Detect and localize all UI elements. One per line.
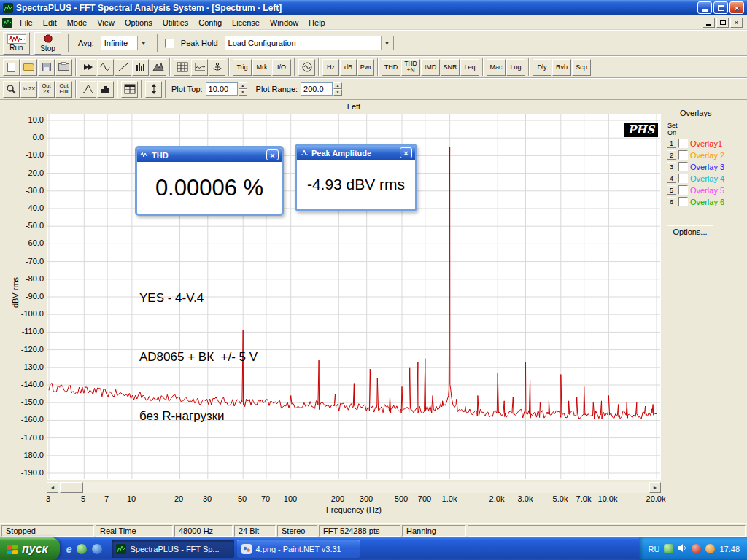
time-series-view-button[interactable] <box>191 59 208 76</box>
overlay-2-checkbox[interactable] <box>678 150 688 160</box>
menu-help[interactable]: Help <box>303 17 330 28</box>
new-file-button[interactable] <box>3 59 20 76</box>
surface-plot-button[interactable] <box>150 59 166 76</box>
start-button[interactable]: пуск <box>0 537 60 560</box>
mdi-close-button[interactable]: × <box>730 18 743 28</box>
menu-edit[interactable]: Edit <box>38 17 62 28</box>
snr-button[interactable]: SNR <box>441 59 460 76</box>
io-button[interactable]: I/O <box>272 59 291 76</box>
volume-tray-icon[interactable] <box>678 543 687 554</box>
zoom-in-2x-button[interactable]: In 2X <box>20 81 37 98</box>
thd-panel-close-button[interactable]: × <box>266 149 279 160</box>
spin-down-icon[interactable]: ▼ <box>239 89 247 96</box>
reverb-button[interactable]: Rvb <box>552 59 571 76</box>
scrollbar-thumb[interactable] <box>60 482 83 493</box>
mdi-minimize-button[interactable] <box>703 18 715 28</box>
taskbar-task-paintnet[interactable]: 4.png - Paint.NET v3.31 <box>237 540 360 558</box>
thd-n-button[interactable]: THD +N <box>401 59 420 76</box>
plot-range-spinner[interactable]: ▲ ▼ <box>333 82 342 96</box>
menu-file[interactable]: File <box>15 17 38 28</box>
macro-button[interactable]: Mac <box>487 59 506 76</box>
continuous-run-button[interactable] <box>80 59 96 76</box>
open-file-button[interactable] <box>20 59 37 76</box>
axis-scale-button[interactable] <box>145 81 162 98</box>
overlay-1-set-button[interactable]: 1 <box>667 139 676 148</box>
overlay-6-checkbox[interactable] <box>678 197 688 206</box>
thd-button[interactable]: THD <box>382 59 400 76</box>
spin-up-icon[interactable]: ▲ <box>333 82 342 89</box>
zoom-out-2x-button[interactable]: Out 2X <box>38 81 55 98</box>
leq-button[interactable]: Leq <box>460 59 479 76</box>
overlay-2-set-button[interactable]: 2 <box>667 150 676 160</box>
peak-curve-button[interactable] <box>80 81 96 98</box>
menu-utilities[interactable]: Utilities <box>158 17 193 28</box>
overlays-options-button[interactable]: Options... <box>667 225 713 238</box>
signal-generator-button[interactable] <box>298 59 315 76</box>
imd-button[interactable]: IMD <box>421 59 440 76</box>
taskbar-task-spectraplus[interactable]: SpectraPLUS - FFT Sp... <box>112 540 234 558</box>
menu-mode[interactable]: Mode <box>62 17 93 28</box>
data-table-button[interactable] <box>121 81 138 98</box>
tray-icon-orange[interactable] <box>705 544 715 553</box>
overlay-5-checkbox[interactable] <box>678 185 688 195</box>
tray-icon-red[interactable] <box>692 544 701 553</box>
stop-button[interactable]: Stop <box>34 32 61 55</box>
zoom-out-full-button[interactable]: Out Full <box>55 81 72 98</box>
scroll-left-icon[interactable]: ◄ <box>47 482 58 493</box>
thd-panel[interactable]: THD × 0.00006 % <box>135 146 284 216</box>
close-button[interactable]: × <box>729 1 744 14</box>
trigger-button[interactable]: Trig <box>233 59 252 76</box>
log-button[interactable]: Log <box>506 59 525 76</box>
peak-panel-titlebar[interactable]: Peak Amplitude × <box>297 146 415 160</box>
menu-view[interactable]: View <box>92 17 120 28</box>
delay-button[interactable]: Dly <box>533 59 551 76</box>
antivirus-tray-icon[interactable] <box>664 544 673 553</box>
histogram-button[interactable] <box>97 81 114 98</box>
load-configuration-combo[interactable]: Load Configuration ▼ <box>225 36 394 50</box>
hz-units-button[interactable]: Hz <box>322 59 339 76</box>
overlay-1-checkbox[interactable] <box>678 139 688 148</box>
slope-analysis-button[interactable] <box>115 59 131 76</box>
overlay-6-set-button[interactable]: 6 <box>667 197 676 206</box>
overlay-5-set-button[interactable]: 5 <box>667 185 676 195</box>
spectrum-view-button[interactable] <box>174 59 190 76</box>
scope-button[interactable]: Scp <box>572 59 591 76</box>
menu-options[interactable]: Options <box>120 17 158 28</box>
print-button[interactable] <box>55 59 72 76</box>
spin-up-icon[interactable]: ▲ <box>239 82 247 89</box>
avg-combo[interactable]: Infinite ▼ <box>101 36 150 50</box>
spectrogram-button[interactable] <box>132 59 149 76</box>
peak-panel-close-button[interactable]: × <box>400 147 412 158</box>
overlay-4-set-button[interactable]: 4 <box>667 174 676 183</box>
db-units-button[interactable]: dB <box>340 59 357 76</box>
maximize-button[interactable] <box>713 1 728 14</box>
overlay-3-checkbox[interactable] <box>678 162 688 171</box>
phase-view-button[interactable] <box>209 59 225 76</box>
menu-config[interactable]: Config <box>193 17 227 28</box>
horizontal-scrollbar[interactable]: ◄ ► <box>47 482 661 493</box>
mdi-restore-button[interactable] <box>716 18 729 28</box>
quick-launch-icon[interactable] <box>92 544 102 554</box>
peak-amplitude-panel[interactable]: Peak Amplitude × -4.93 dBV rms <box>295 144 417 211</box>
menu-window[interactable]: Window <box>265 17 303 28</box>
overlays-title[interactable]: Overlays <box>680 109 746 117</box>
chevron-down-icon[interactable]: ▼ <box>137 36 150 50</box>
chevron-down-icon[interactable]: ▼ <box>381 36 393 50</box>
zoom-button[interactable] <box>3 81 20 98</box>
language-indicator[interactable]: RU <box>649 545 660 553</box>
plot-top-input[interactable]: 10.00 <box>206 82 238 96</box>
narrowband-analysis-button[interactable] <box>97 59 114 76</box>
scroll-right-icon[interactable]: ► <box>649 482 661 493</box>
run-button[interactable]: Run <box>3 32 30 55</box>
internet-explorer-icon[interactable]: e <box>66 543 72 555</box>
minimize-button[interactable] <box>697 1 712 14</box>
overlay-4-checkbox[interactable] <box>678 174 688 183</box>
menu-license[interactable]: License <box>227 17 265 28</box>
quick-launch-icon[interactable] <box>77 544 87 554</box>
marker-button[interactable]: Mrk <box>252 59 271 76</box>
thd-panel-titlebar[interactable]: THD × <box>137 148 282 162</box>
plot-top-spinner[interactable]: ▲ ▼ <box>239 82 247 96</box>
peak-hold-checkbox[interactable] <box>165 39 174 48</box>
save-button[interactable] <box>38 59 55 76</box>
plot-range-input[interactable]: 200.0 <box>301 82 333 96</box>
